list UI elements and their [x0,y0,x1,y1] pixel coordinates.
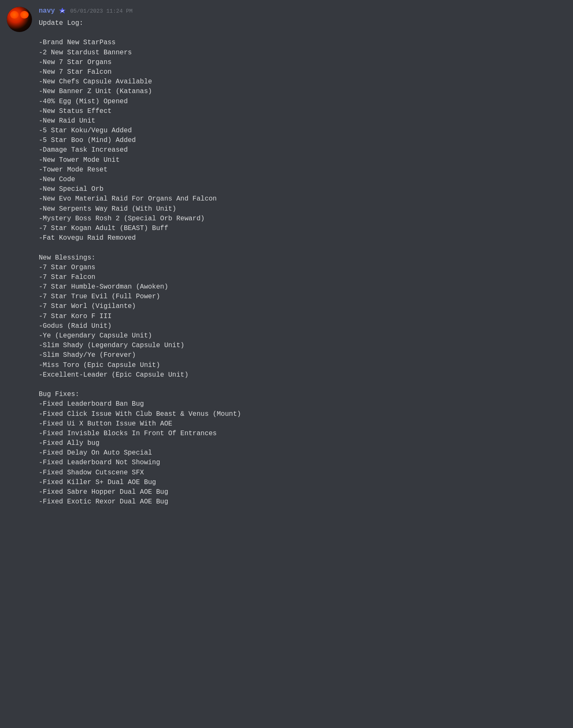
avatar [7,7,32,32]
avatar-image [7,7,32,32]
username: navy [39,7,55,15]
message-content: navy 05/01/2023 11:24 PM Update Log: -Br… [39,7,566,507]
message-body: Update Log: -Brand New StarPass -2 New S… [39,19,566,507]
message-timestamp: 05/01/2023 11:24 PM [70,8,132,14]
message-header: navy 05/01/2023 11:24 PM [39,7,566,15]
message-container: navy 05/01/2023 11:24 PM Update Log: -Br… [0,0,573,514]
moderator-badge [58,7,67,15]
